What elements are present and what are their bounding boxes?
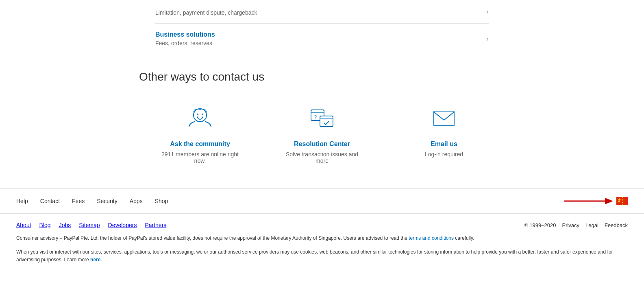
footer-right: ★ ★★★★ <box>564 197 628 205</box>
footer-nav-security[interactable]: Security <box>97 198 117 204</box>
footer-nav-shop[interactable]: Shop <box>155 198 168 204</box>
footer-nav-fees[interactable]: Fees <box>72 198 85 204</box>
resolution-card[interactable]: ? Resolution Center Solve transaction is… <box>281 104 363 164</box>
resolution-title: Resolution Center <box>294 140 350 148</box>
cookie-here-link[interactable]: here <box>90 257 100 263</box>
email-icon <box>430 104 458 132</box>
cookie-text: When you visit or interact with our site… <box>16 248 628 264</box>
business-solutions-title: Business solutions <box>155 31 215 38</box>
footer-feedback[interactable]: Feedback <box>605 222 628 228</box>
footer-privacy[interactable]: Privacy <box>562 222 579 228</box>
china-flag-icon[interactable]: ★ ★★★★ <box>616 197 628 205</box>
chevron-right-icon: › <box>486 35 489 43</box>
footer-copyright: © 1999–2020 <box>524 222 556 228</box>
email-title: Email us <box>431 140 457 148</box>
advisory-text: Consumer advisory – PayPal Pte. Ltd. the… <box>16 234 628 242</box>
footer-bottom: About Blog Jobs Sitemap Developers Partn… <box>0 213 644 272</box>
red-arrow-icon <box>564 197 613 205</box>
footer-nav: Help Contact Fees Security Apps Shop <box>16 198 168 204</box>
limitation-menu-item[interactable]: Limitation, payment dispute, chargeback … <box>155 0 489 24</box>
email-description: Log-in required <box>425 151 463 158</box>
footer-nav-apps[interactable]: Apps <box>130 198 143 204</box>
arrow-flag-container: ★ ★★★★ <box>564 197 628 205</box>
svg-rect-8 <box>434 111 454 126</box>
community-icon <box>186 104 214 132</box>
community-description: 2911 members are online right now. <box>159 151 241 164</box>
footer-jobs[interactable]: Jobs <box>59 222 71 228</box>
resolution-description: Solve transaction issues and more <box>281 151 363 164</box>
svg-text:?: ? <box>314 114 317 119</box>
svg-point-2 <box>202 114 203 115</box>
footer-bottom-links: About Blog Jobs Sitemap Developers Partn… <box>16 222 166 228</box>
resolution-icon: ? <box>308 104 336 132</box>
svg-point-0 <box>194 109 207 122</box>
footer-top: Help Contact Fees Security Apps Shop ★ ★… <box>0 188 644 213</box>
footer-bottom-row: About Blog Jobs Sitemap Developers Partn… <box>16 222 628 228</box>
footer-blog[interactable]: Blog <box>39 222 51 228</box>
svg-rect-6 <box>320 116 333 127</box>
svg-point-1 <box>197 114 198 115</box>
footer-developers[interactable]: Developers <box>108 222 137 228</box>
business-solutions-menu-item[interactable]: Business solutions Fees, orders, reserve… <box>155 24 489 54</box>
contact-cards-container: Ask the community 2911 members are onlin… <box>54 104 590 164</box>
footer-legal-links: Privacy Legal Feedback <box>562 222 628 228</box>
footer-partners[interactable]: Partners <box>145 222 166 228</box>
community-card[interactable]: Ask the community 2911 members are onlin… <box>159 104 241 164</box>
other-ways-section: Other ways to contact us Ask the communi… <box>37 54 607 188</box>
svg-marker-10 <box>605 198 613 204</box>
email-card[interactable]: Email us Log-in required <box>403 104 485 164</box>
terms-link[interactable]: terms and conditions <box>409 235 454 241</box>
community-title: Ask the community <box>170 140 230 148</box>
other-ways-title: Other ways to contact us <box>139 70 505 83</box>
footer-sitemap[interactable]: Sitemap <box>79 222 100 228</box>
footer-legal[interactable]: Legal <box>585 222 598 228</box>
business-solutions-subtitle: Fees, orders, reserves <box>155 40 215 46</box>
footer-about[interactable]: About <box>16 222 31 228</box>
footer-nav-contact[interactable]: Contact <box>40 198 60 204</box>
footer-nav-help[interactable]: Help <box>16 198 28 204</box>
limitation-subtitle: Limitation, payment dispute, chargeback <box>155 9 257 16</box>
chevron-right-icon: › <box>486 7 489 16</box>
